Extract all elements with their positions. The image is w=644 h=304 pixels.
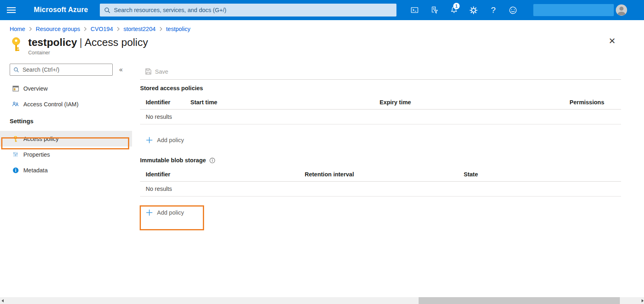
masked-account-info: [533, 4, 614, 16]
sidebar-item-access-control-iam[interactable]: Access Control (IAM): [0, 96, 140, 112]
sidebar-item-label: Access policy: [23, 136, 59, 142]
global-search-input[interactable]: [114, 7, 392, 13]
column-header-expiry-time: Expiry time: [380, 99, 570, 105]
immutable-empty-row: No results: [140, 182, 621, 196]
cloud-shell-icon[interactable]: [405, 0, 424, 20]
breadcrumb-container[interactable]: testpolicy: [166, 26, 190, 32]
close-blade-icon[interactable]: ✕: [609, 36, 616, 46]
people-icon: [12, 101, 19, 107]
collapse-menu-icon[interactable]: «: [119, 66, 123, 73]
save-label: Save: [155, 68, 168, 75]
sidebar-item-label: Access Control (IAM): [23, 101, 78, 108]
sidebar-item-overview[interactable]: Overview: [0, 81, 140, 96]
settings-gear-icon[interactable]: [464, 0, 483, 20]
menu-search-box[interactable]: [10, 64, 113, 76]
scroll-left-arrow-icon[interactable]: [2, 299, 4, 302]
stored-policies-empty-row: No results: [140, 110, 621, 124]
sidebar-item-label: Overview: [23, 85, 47, 92]
settings-section-header: Settings: [0, 118, 140, 131]
column-header-retention-interval: Retention interval: [305, 171, 464, 178]
column-header-start-time: Start time: [190, 99, 380, 105]
add-policy-label: Add policy: [157, 209, 184, 216]
key-icon: [12, 136, 19, 142]
breadcrumb-resource-group[interactable]: CVO194: [91, 26, 113, 32]
sidebar-item-label: Properties: [23, 151, 50, 158]
command-bar: Save: [140, 64, 621, 80]
sidebar-item-label: Metadata: [23, 167, 47, 174]
column-header-identifier: Identifier: [146, 171, 305, 178]
title-divider: |: [79, 36, 82, 48]
page-title: testpolicy|Access policy: [28, 36, 148, 49]
sliders-icon: [12, 151, 19, 157]
directory-filter-icon[interactable]: [424, 0, 444, 20]
overview-icon: [12, 85, 19, 92]
horizontal-scrollbar[interactable]: [0, 297, 644, 304]
immutable-table-header: Identifier Retention interval State: [140, 167, 621, 182]
account-avatar[interactable]: [616, 4, 627, 16]
blade-menu: « Overview Access Control (IAM) Settings: [0, 64, 140, 221]
save-button[interactable]: Save: [145, 68, 168, 75]
column-header-state: State: [464, 171, 621, 178]
topbar-icon-group: 1 ?: [405, 0, 523, 20]
breadcrumb-chevron-icon: [159, 27, 163, 31]
notification-count-badge: 1: [453, 3, 460, 9]
stored-policies-table-header: Identifier Start time Expiry time Permis…: [140, 95, 621, 110]
sidebar-item-properties[interactable]: Properties: [0, 147, 140, 162]
breadcrumb-chevron-icon: [84, 27, 87, 31]
column-header-permissions: Permissions: [570, 99, 621, 105]
immutable-title-text: Immutable blob storage: [140, 157, 206, 163]
search-icon: [104, 7, 111, 14]
plus-icon: [146, 209, 153, 216]
menu-items: Overview Access Control (IAM) Settings A…: [0, 81, 140, 178]
azure-brand-title[interactable]: Microsoft Azure: [34, 6, 88, 14]
resource-type-label: Container: [28, 50, 148, 56]
search-icon: [13, 67, 19, 73]
info-outline-icon[interactable]: [209, 157, 215, 163]
breadcrumb-resource-groups[interactable]: Resource groups: [36, 26, 80, 32]
scrollbar-thumb[interactable]: [419, 297, 620, 304]
add-stored-policy-button[interactable]: Add policy: [140, 132, 213, 147]
add-immutable-policy-button[interactable]: Add policy: [140, 204, 213, 221]
save-icon: [145, 68, 152, 75]
blade-name: Access policy: [85, 36, 148, 48]
global-search-bar[interactable]: [100, 4, 396, 17]
stored-access-policies-title: Stored access policies: [140, 85, 621, 91]
access-policy-panel: Save Stored access policies Identifier S…: [140, 64, 621, 221]
info-filled-icon: [12, 167, 19, 174]
container-key-icon: [10, 37, 23, 52]
notifications-bell-icon[interactable]: 1: [444, 0, 464, 20]
menu-search-input[interactable]: [23, 66, 109, 73]
column-header-identifier: Identifier: [146, 99, 190, 105]
sidebar-item-metadata[interactable]: Metadata: [0, 162, 140, 178]
blade-header: testpolicy|Access policy Container ✕: [10, 36, 644, 56]
feedback-smiley-icon[interactable]: [503, 0, 523, 20]
plus-icon: [146, 136, 153, 144]
scroll-right-arrow-icon[interactable]: [642, 299, 644, 302]
add-policy-label: Add policy: [157, 137, 184, 143]
sidebar-item-access-policy[interactable]: Access policy: [0, 131, 132, 147]
breadcrumb-home[interactable]: Home: [10, 26, 25, 32]
hamburger-menu-icon[interactable]: [6, 5, 16, 15]
immutable-blob-storage-title: Immutable blob storage: [140, 157, 621, 163]
help-icon[interactable]: ?: [483, 0, 503, 20]
azure-top-bar: Microsoft Azure 1 ?: [0, 0, 644, 20]
breadcrumb: Home Resource groups CVO194 stortest2204…: [10, 26, 644, 32]
breadcrumb-chevron-icon: [117, 27, 120, 31]
blade-body: « Overview Access Control (IAM) Settings: [0, 64, 644, 221]
breadcrumb-chevron-icon: [29, 27, 32, 31]
breadcrumb-storage-account[interactable]: stortest2204: [124, 26, 156, 32]
container-name: testpolicy: [28, 36, 77, 48]
